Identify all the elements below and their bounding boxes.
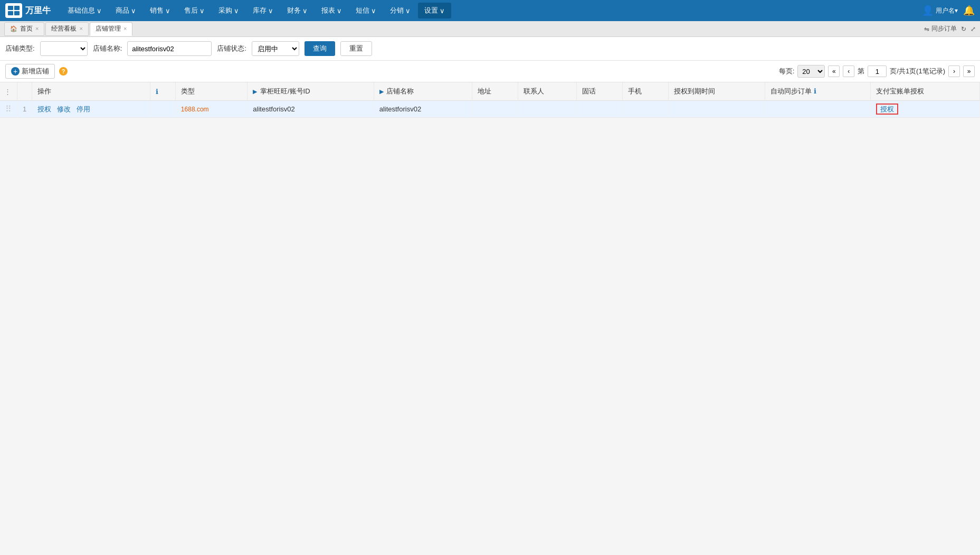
drag-indicator-icon: ⋮: [4, 88, 11, 96]
th-address: 地址: [472, 82, 518, 101]
user-icon: 👤: [922, 5, 934, 16]
chevron-down-icon: ∨: [268, 7, 273, 15]
action-disable[interactable]: 停用: [77, 105, 90, 113]
td-address: [472, 101, 518, 118]
logo-icon: [5, 3, 22, 18]
page-size-select[interactable]: 20 10 50 100: [797, 65, 825, 78]
tab-home-close[interactable]: ×: [35, 26, 39, 32]
td-action: 授权 修改 停用: [32, 101, 150, 118]
page-size-label: 每页:: [779, 67, 795, 76]
td-drag: ⠿: [0, 101, 17, 118]
type-tag: 1688.com: [181, 106, 209, 113]
page-number-input[interactable]: [868, 65, 887, 77]
sync-order-btn[interactable]: ⇋ 同步订单: [924, 24, 957, 33]
svg-rect-2: [8, 11, 13, 15]
chevron-down-icon: ∨: [199, 7, 205, 15]
notification-bell[interactable]: 🔔: [963, 5, 975, 16]
store-status-select[interactable]: 启用中 停用 全部: [252, 41, 299, 56]
nav-item-fenxiao[interactable]: 分销 ∨: [384, 3, 417, 18]
svg-rect-0: [8, 6, 13, 10]
action-modify[interactable]: 修改: [57, 105, 71, 113]
th-action: 操作: [32, 82, 150, 101]
refresh-icon[interactable]: ↻: [961, 25, 966, 33]
user-account[interactable]: 👤 用户名▾: [922, 5, 958, 16]
td-auto-sync: [765, 101, 870, 118]
nav-right: 👤 用户名▾ 🔔: [922, 5, 975, 16]
table-container: ⋮ 操作 ℹ 类型 ▶ 掌柜旺旺/账号ID ▶ 店铺名称: [0, 82, 980, 118]
chevron-down-icon: ∨: [165, 7, 170, 15]
nav-item-shezhi[interactable]: 设置 ∨: [418, 3, 451, 18]
th-num: [17, 82, 32, 101]
page-info: 页/共1页(1笔记录): [890, 67, 945, 76]
nav-item-caiwu[interactable]: 财务 ∨: [281, 3, 314, 18]
tab-store-close[interactable]: ×: [123, 26, 127, 32]
chevron-down-icon: ∨: [131, 7, 136, 15]
query-button[interactable]: 查询: [305, 41, 335, 56]
th-drag: ⋮: [0, 82, 17, 101]
toolbar: + 新增店铺 ? 每页: 20 10 50 100 « ‹ 第 页/共1页(1笔…: [0, 61, 980, 82]
chevron-down-icon: ∨: [302, 7, 308, 15]
td-auth-expire: [668, 101, 765, 118]
bell-icon: 🔔: [963, 5, 975, 16]
add-store-button[interactable]: + 新增店铺: [5, 64, 55, 79]
chevron-down-icon: ∨: [371, 7, 376, 15]
chevron-down-icon: ∨: [97, 7, 102, 15]
nav-item-xiaoshou[interactable]: 销售 ∨: [144, 3, 177, 18]
td-contact: [518, 101, 576, 118]
tab-bar-right: ⇋ 同步订单 ↻ ⤢: [924, 24, 976, 33]
table-body: ⠿ 1 授权 修改 停用 1688.com alitestforisv: [0, 101, 980, 118]
nav-item-shouhou[interactable]: 售后 ∨: [178, 3, 211, 18]
logo: 万里牛: [5, 3, 51, 18]
table-header: ⋮ 操作 ℹ 类型 ▶ 掌柜旺旺/账号ID ▶ 店铺名称: [0, 82, 980, 101]
chevron-down-icon: ∨: [234, 7, 239, 15]
toolbar-left: + 新增店铺 ?: [5, 64, 68, 79]
th-landline: 固话: [576, 82, 622, 101]
home-icon: 🏠: [10, 25, 17, 32]
help-icon[interactable]: ?: [59, 67, 68, 76]
th-account-id: ▶ 掌柜旺旺/账号ID: [248, 82, 374, 101]
th-mobile: 手机: [622, 82, 668, 101]
tab-store-management[interactable]: 店铺管理 ×: [90, 22, 132, 36]
td-num: 1: [17, 101, 32, 118]
nav-menu: 基础信息 ∨ 商品 ∨ 销售 ∨ 售后 ∨ 采购 ∨ 库存 ∨ 财务 ∨ 报表: [61, 3, 922, 18]
action-authorize[interactable]: 授权: [37, 105, 51, 113]
drag-handle-icon[interactable]: ⠿: [5, 105, 12, 114]
th-auth-expire: 授权到期时间: [668, 82, 765, 101]
nav-item-jichu[interactable]: 基础信息 ∨: [61, 3, 108, 18]
store-type-select[interactable]: [40, 41, 88, 56]
nav-item-caigou[interactable]: 采购 ∨: [212, 3, 245, 18]
reset-button[interactable]: 重置: [340, 41, 372, 56]
alipay-authorize-button[interactable]: 授权: [876, 104, 898, 115]
filter-bar: 店铺类型: 店铺名称: 店铺状态: 启用中 停用 全部 查询 重置: [0, 37, 980, 61]
first-page-button[interactable]: «: [828, 65, 840, 77]
toolbar-right: 每页: 20 10 50 100 « ‹ 第 页/共1页(1笔记录) › »: [779, 65, 975, 78]
last-page-button[interactable]: »: [963, 65, 975, 77]
column-sort-icon: ▶: [379, 88, 384, 95]
td-store-name: alitestforisv02: [374, 101, 472, 118]
info-icon[interactable]: ℹ: [156, 88, 158, 96]
store-type-label: 店铺类型:: [5, 44, 35, 53]
store-name-input[interactable]: [127, 41, 212, 56]
expand-icon[interactable]: ⤢: [971, 25, 976, 33]
tab-dashboard-close[interactable]: ×: [79, 26, 82, 32]
nav-item-duanxin[interactable]: 短信 ∨: [349, 3, 383, 18]
tab-home[interactable]: 🏠 首页 ×: [4, 22, 44, 36]
td-alipay-auth: 授权: [870, 101, 979, 118]
nav-item-shangpin[interactable]: 商品 ∨: [109, 3, 142, 18]
prev-page-button[interactable]: ‹: [843, 65, 854, 77]
auto-sync-info-icon[interactable]: ℹ: [814, 87, 816, 95]
tab-dashboard[interactable]: 经营看板 ×: [45, 22, 88, 36]
th-contact: 联系人: [518, 82, 576, 101]
th-type: 类型: [175, 82, 247, 101]
th-info: ℹ: [150, 82, 175, 101]
chevron-down-icon: ∨: [405, 7, 411, 15]
page-prefix: 第: [858, 67, 864, 76]
store-name-label: 店铺名称:: [93, 44, 122, 53]
nav-item-baobiao[interactable]: 报表 ∨: [315, 3, 348, 18]
table-row: ⠿ 1 授权 修改 停用 1688.com alitestforisv: [0, 101, 980, 118]
nav-item-kucun[interactable]: 库存 ∨: [246, 3, 280, 18]
sync-icon: ⇋: [924, 25, 929, 33]
th-alipay-auth: 支付宝账单授权: [870, 82, 979, 101]
next-page-button[interactable]: ›: [948, 65, 960, 77]
top-navigation: 万里牛 基础信息 ∨ 商品 ∨ 销售 ∨ 售后 ∨ 采购 ∨ 库存 ∨ 财务 ∨: [0, 0, 980, 21]
